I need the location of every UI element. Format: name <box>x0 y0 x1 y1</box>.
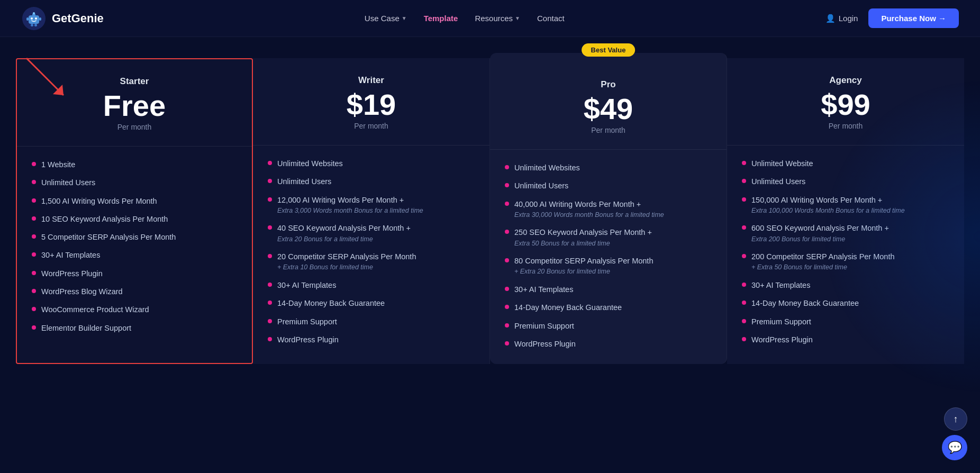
bullet-icon <box>742 254 746 258</box>
list-item: 14-Day Money Back Guarantee <box>268 298 475 308</box>
list-item: Premium Support <box>742 316 949 327</box>
bullet-icon <box>505 258 509 262</box>
nav-right: 👤 Login Purchase Now → <box>825 8 959 28</box>
bullet-icon <box>268 161 272 165</box>
list-item: 1 Website <box>32 159 237 170</box>
pricing-card-writer: Writer $19 Per month Unlimited Websites … <box>253 58 490 364</box>
list-item: 14-Day Money Back Guarantee <box>742 298 949 308</box>
writer-plan-period: Per month <box>268 122 475 130</box>
list-item: 30+ AI Templates <box>268 280 475 290</box>
list-item: Unlimited Users <box>32 177 237 188</box>
bullet-icon <box>32 271 36 275</box>
list-item: 10 SEO Keyword Analysis Per Month <box>32 214 237 224</box>
list-item: Unlimited Websites <box>505 162 712 173</box>
logo-icon <box>21 6 47 31</box>
bullet-icon <box>505 230 509 234</box>
bullet-icon <box>32 216 36 221</box>
nav-item-usecase[interactable]: Use Case ▼ <box>365 14 407 23</box>
bullet-icon <box>32 180 36 184</box>
nav-item-template[interactable]: Template <box>424 14 458 23</box>
bullet-icon <box>505 305 509 309</box>
list-item: 30+ AI Templates <box>505 284 712 295</box>
nav-item-resources[interactable]: Resources ▼ <box>475 14 520 23</box>
purchase-now-button[interactable]: Purchase Now → <box>868 8 959 28</box>
svg-rect-9 <box>34 24 37 26</box>
svg-rect-6 <box>26 17 29 21</box>
bullet-icon <box>505 202 509 206</box>
list-item: 30+ AI Templates <box>742 280 949 290</box>
svg-point-5 <box>33 12 35 14</box>
list-item: Premium Support <box>505 321 712 331</box>
bullet-icon <box>268 254 272 258</box>
svg-rect-8 <box>31 24 33 26</box>
writer-plan-label: Writer <box>268 75 475 86</box>
pro-divider <box>490 149 727 150</box>
bullet-icon <box>32 162 36 166</box>
bullet-icon <box>268 179 272 183</box>
bullet-icon <box>742 197 746 202</box>
navbar: GetGenie Use Case ▼ Template Resources ▼… <box>0 0 980 37</box>
bullet-icon <box>742 225 746 230</box>
list-item: Unlimited Users <box>268 176 475 187</box>
bullet-icon <box>742 301 746 305</box>
agency-divider <box>727 145 964 145</box>
agency-plan-price: $99 <box>742 90 949 120</box>
chevron-down-icon: ▼ <box>515 15 520 21</box>
pricing-card-pro: Best Value Pro $49 Per month Unlimited W… <box>490 53 727 364</box>
writer-divider <box>253 145 489 145</box>
agency-plan-period: Per month <box>742 122 949 130</box>
list-item: 40,000 AI Writing Words Per Month +Extra… <box>505 199 712 220</box>
list-item: Unlimited Websites <box>268 158 475 169</box>
svg-rect-2 <box>31 17 33 20</box>
bullet-icon <box>505 165 509 169</box>
bullet-icon <box>32 289 36 293</box>
list-item: 250 SEO Keyword Analysis Per Month +Extr… <box>505 227 712 248</box>
list-item: 14-Day Money Back Guarantee <box>505 302 712 313</box>
nav-item-contact[interactable]: Contact <box>537 14 565 23</box>
bullet-icon <box>268 301 272 305</box>
bullet-icon <box>505 341 509 345</box>
starter-divider <box>17 146 252 147</box>
list-item: WordPress Plugin <box>268 334 475 345</box>
list-item: Unlimited Users <box>505 180 712 191</box>
list-item: 40 SEO Keyword Analysis Per Month +Extra… <box>268 223 475 244</box>
bullet-icon <box>505 287 509 291</box>
list-item: Elementor Builder Support <box>32 323 237 333</box>
list-item: WordPress Plugin <box>742 334 949 345</box>
list-item: 600 SEO Keyword Analysis Per Month +Extr… <box>742 223 949 244</box>
chat-button[interactable]: 💬 <box>942 435 967 460</box>
best-value-badge: Best Value <box>582 43 636 57</box>
starter-features: 1 Website Unlimited Users 1,500 AI Writi… <box>32 159 237 333</box>
bullet-icon <box>742 337 746 341</box>
bullet-icon <box>268 283 272 287</box>
pro-plan-label: Pro <box>505 79 712 90</box>
bullet-icon <box>742 283 746 287</box>
chevron-down-icon: ▼ <box>402 15 407 21</box>
bullet-icon <box>32 198 36 203</box>
bullet-icon <box>32 252 36 257</box>
login-link[interactable]: 👤 Login <box>825 14 858 23</box>
bullet-icon <box>268 337 272 341</box>
list-item: 200 Competitor SERP Analysis Per Month+ … <box>742 251 949 272</box>
starter-plan-price: Free <box>32 91 237 121</box>
writer-plan-price: $19 <box>268 90 475 120</box>
writer-features: Unlimited Websites Unlimited Users 12,00… <box>268 158 475 345</box>
list-item: 1,500 AI Writing Words Per Month <box>32 196 237 206</box>
pro-plan-price: $49 <box>505 94 712 124</box>
bullet-icon <box>505 323 509 328</box>
svg-rect-3 <box>35 17 37 20</box>
list-item: Premium Support <box>268 316 475 327</box>
user-icon: 👤 <box>825 14 836 23</box>
pro-plan-period: Per month <box>505 126 712 134</box>
pricing-card-agency: Agency $99 Per month Unlimited Website U… <box>727 58 964 364</box>
bullet-icon <box>32 307 36 311</box>
scroll-up-button[interactable]: ↑ <box>944 407 967 431</box>
nav-links: Use Case ▼ Template Resources ▼ Contact <box>365 14 565 23</box>
logo[interactable]: GetGenie <box>21 6 104 31</box>
bullet-icon <box>268 225 272 230</box>
starter-plan-period: Per month <box>32 123 237 131</box>
list-item: 12,000 AI Writing Words Per Month +Extra… <box>268 195 475 216</box>
pro-features: Unlimited Websites Unlimited Users 40,00… <box>505 162 712 349</box>
logo-text: GetGenie <box>52 12 104 25</box>
list-item: Unlimited Website <box>742 158 949 169</box>
